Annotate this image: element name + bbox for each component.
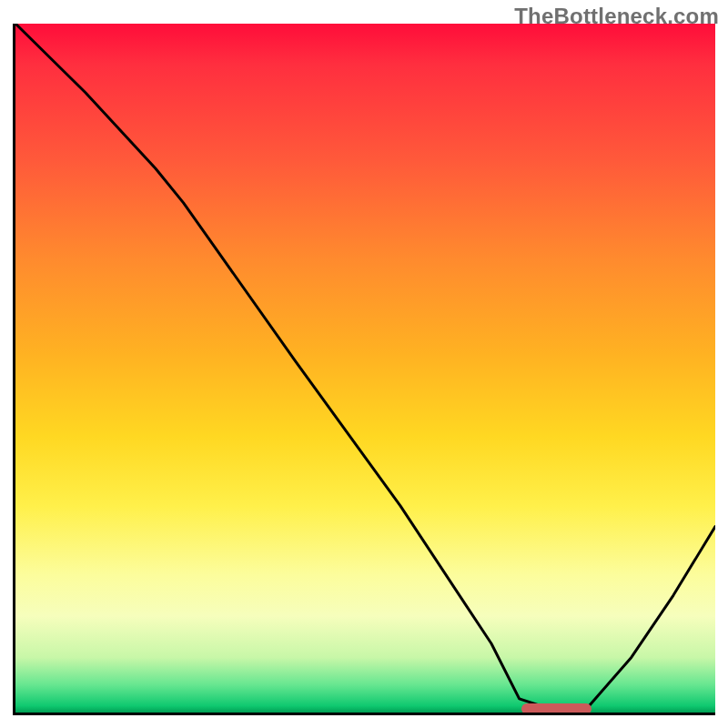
plot-area	[13, 24, 715, 715]
optimal-range-marker	[521, 703, 592, 714]
curve-layer	[15, 24, 715, 713]
chart-frame: TheBottleneck.com	[0, 0, 728, 728]
bottleneck-curve	[15, 24, 715, 713]
